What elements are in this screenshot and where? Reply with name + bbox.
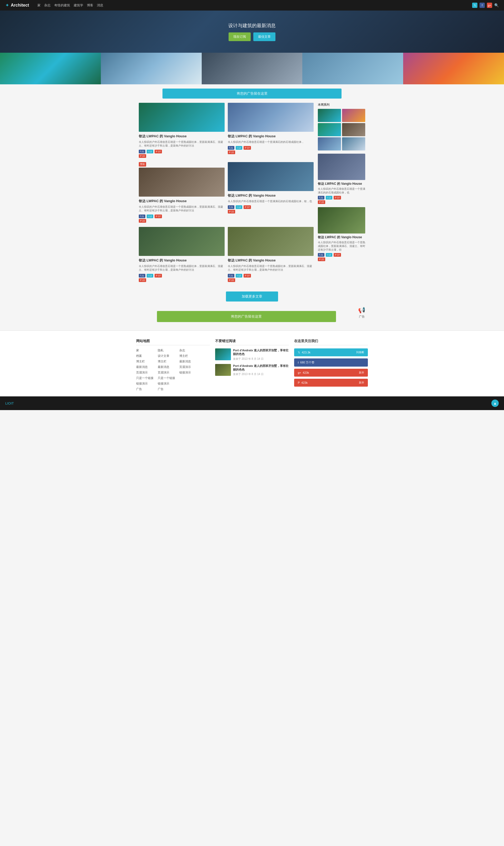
nav-magazine[interactable]: 杂志 — [44, 3, 51, 7]
tw-count-6[interactable]: t 12 — [236, 274, 242, 277]
strip-photo-3[interactable] — [202, 53, 303, 84]
article-row-1: 钦达 LWPAC 的 Vanglo House 令人惊叹的户外石墙创意石墙是一个… — [139, 103, 313, 158]
pin-count-1[interactable]: P 37 — [155, 150, 162, 153]
pin-count-6[interactable]: P 37 — [244, 274, 251, 277]
sitemap-link-linkdemo1[interactable]: 链接演示 — [136, 382, 154, 385]
tw-count-5[interactable]: t 12 — [147, 274, 153, 277]
article-image-2[interactable] — [228, 103, 313, 132]
article-image-4[interactable] — [228, 162, 313, 191]
sitemap-link-header3[interactable]: 页眉演示 — [179, 365, 191, 369]
sidebar-thumb-4[interactable] — [342, 123, 365, 136]
fb-count-1[interactable]: f 21 — [139, 150, 145, 153]
sitemap-link-latest2[interactable]: 最新消息 — [158, 365, 175, 369]
sitemap-link-link1[interactable]: 只是一个链接 — [136, 376, 154, 380]
google-plus-icon[interactable]: g+ — [487, 3, 492, 8]
bottom-ad-banner[interactable]: 将您的广告留在这里 — [157, 311, 336, 322]
pin-count-2[interactable]: P 37 — [244, 146, 251, 150]
pin2-count-2[interactable]: P 22 — [228, 151, 235, 154]
sidebar-thumb-6[interactable] — [342, 137, 365, 151]
sitemap-link-latest[interactable]: 最新消息 — [136, 365, 154, 369]
sidebar-article-image-1[interactable] — [318, 154, 365, 180]
back-to-top-button[interactable]: ▲ — [491, 399, 499, 407]
sitemap-link-home[interactable]: 家 — [136, 348, 154, 352]
sidebar-tw-2[interactable]: t 12 — [326, 253, 332, 257]
pin2-count-6[interactable]: P 22 — [228, 278, 235, 282]
sidebar-pin2-1[interactable]: P 22 — [318, 200, 325, 204]
tw-count-3[interactable]: t 12 — [147, 214, 153, 218]
nav-home[interactable]: 家 — [37, 3, 40, 7]
twitter-follow-button[interactable]: 𝕏 423.3k 到推断 — [294, 348, 368, 356]
sidebar-pin2-2[interactable]: P 22 — [318, 258, 325, 261]
sitemap-link-ad1[interactable]: 广告 — [136, 387, 154, 391]
pin-count-3[interactable]: P 37 — [155, 214, 162, 218]
sitemap-link-header[interactable]: 页眉演示 — [136, 370, 154, 375]
sitemap-link-header2[interactable]: 页眉演示 — [158, 370, 175, 375]
strip-photo-5[interactable] — [403, 53, 504, 84]
article-image-5[interactable] — [139, 227, 224, 256]
pinterest-follow-button[interactable]: P 423k 新并 — [294, 379, 368, 386]
nav-news[interactable]: 消息 — [97, 3, 103, 7]
article-image-1[interactable] — [139, 103, 224, 132]
sitemap-link-linkdemo3[interactable]: 链接演示 — [179, 370, 191, 375]
site-logo[interactable]: ✦ Architect — [5, 2, 29, 8]
sitemap-link-ad2[interactable]: 广告 — [158, 387, 175, 391]
fb-count-4[interactable]: f 21 — [228, 205, 234, 209]
nav-weird[interactable]: 奇怪的建筑 — [54, 3, 70, 7]
tw-count-2[interactable]: t 12 — [236, 146, 242, 150]
sitemap-link-privacy[interactable]: 隐私 — [158, 348, 175, 352]
sidebar-thumb-5[interactable] — [318, 137, 341, 151]
fb-count-5[interactable]: f 21 — [139, 274, 145, 277]
top-ad-banner[interactable]: 将您的广告留在这里 — [162, 89, 342, 99]
sitemap-link-blogger2[interactable]: 博主栏 — [158, 360, 175, 363]
sidebar-article-image-2[interactable] — [318, 207, 365, 234]
sidebar-thumb-2[interactable] — [342, 109, 365, 122]
sidebar-thumb-3[interactable] — [318, 123, 341, 136]
twitter-icon[interactable]: 𝕏 — [472, 3, 478, 8]
best-articles-button[interactable]: 最佳文章 — [253, 32, 275, 41]
pin2-count-4[interactable]: P 22 — [228, 210, 235, 213]
facebook-follow-button[interactable]: f 680 万个赞 — [294, 359, 368, 367]
sitemap-link-archive[interactable]: 档案 — [136, 354, 154, 358]
sidebar-tw-1[interactable]: t 12 — [326, 196, 332, 200]
sitemap-link-blogger3[interactable]: 博主栏 — [179, 354, 191, 358]
sidebar-social-1b: P 22 — [318, 200, 365, 204]
sitemap-link-latest3[interactable]: 最新消息 — [179, 360, 191, 363]
pin2-count-1[interactable]: P 22 — [139, 154, 146, 158]
article-image-3[interactable] — [139, 168, 224, 196]
must-read-item-2[interactable]: Port d'Andratx 迷人的西班牙别墅，享有壮丽的色色 发表于 2013… — [215, 364, 289, 376]
fb-count-6[interactable]: f 21 — [228, 274, 234, 277]
subscribe-button[interactable]: 现在订阅 — [229, 32, 251, 41]
strip-photo-4[interactable] — [302, 53, 403, 84]
must-read-item-1[interactable]: Port d'Andratx 迷人的西班牙别墅，享有壮丽的色色 发表于 2013… — [215, 348, 289, 361]
strip-photo-2[interactable] — [101, 53, 202, 84]
sitemap-link-link2[interactable]: 只是一个链接 — [158, 376, 175, 380]
facebook-icon[interactable]: f — [480, 3, 485, 8]
load-more-button[interactable]: 加载更多文章 — [226, 292, 278, 301]
sidebar-fb-2[interactable]: f 21 — [318, 253, 324, 257]
sitemap-link-design[interactable]: 设计文章 — [158, 354, 175, 358]
social-counts-3b: P 22 — [139, 219, 224, 223]
sidebar-pin-1[interactable]: P 37 — [334, 196, 341, 200]
content-grid: 钦达 LWPAC 的 Vanglo House 令人惊叹的户外石墙创意石墙是一个… — [139, 103, 365, 286]
sitemap-link-mag[interactable]: 杂志 — [179, 348, 191, 352]
pin2-count-3[interactable]: P 22 — [139, 219, 146, 223]
pin-count-5[interactable]: P 37 — [155, 274, 162, 277]
sitemap-link-blogger1[interactable]: 博主栏 — [136, 360, 154, 363]
strip-photo-1[interactable] — [0, 53, 101, 84]
tw-count-1[interactable]: t 12 — [147, 150, 153, 153]
nav-architecture[interactable]: 建筑学 — [74, 3, 83, 7]
sitemap-link-linkdemo2[interactable]: 链接演示 — [158, 382, 175, 385]
pin-count-4[interactable]: P 37 — [244, 205, 251, 209]
pin2-count-5[interactable]: P 22 — [139, 278, 146, 282]
article-image-6[interactable] — [228, 227, 313, 256]
search-icon[interactable]: 🔍 — [494, 3, 499, 7]
fb-count-2[interactable]: f 21 — [228, 146, 234, 150]
fb-count-3[interactable]: f 21 — [139, 214, 145, 218]
sidebar-thumb-1[interactable] — [318, 109, 341, 122]
nav-blog[interactable]: 博客 — [87, 3, 93, 7]
sidebar-fb-1[interactable]: f 21 — [318, 196, 324, 200]
sidebar-social-2: f 21 t 12 P 37 — [318, 253, 365, 257]
sidebar-pin-2[interactable]: P 37 — [334, 253, 341, 257]
googleplus-follow-button[interactable]: g+ 423k 新并 — [294, 369, 368, 377]
tw-count-4[interactable]: t 12 — [236, 205, 242, 209]
